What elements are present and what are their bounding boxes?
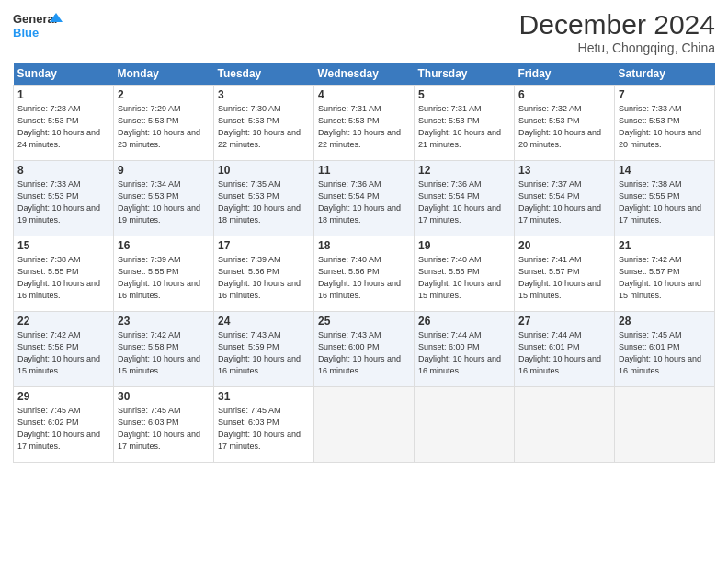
day-number: 28 — [619, 315, 711, 327]
location-label: Hetu, Chongqing, China — [519, 40, 715, 55]
day-number: 27 — [518, 315, 610, 327]
day-number: 22 — [17, 315, 109, 327]
svg-text:Blue: Blue — [13, 26, 39, 40]
day-detail: Sunrise: 7:40 AMSunset: 5:56 PMDaylight:… — [318, 254, 410, 302]
table-row: 23 Sunrise: 7:42 AMSunset: 5:58 PMDaylig… — [114, 312, 214, 387]
day-detail: Sunrise: 7:36 AMSunset: 5:54 PMDaylight:… — [318, 178, 410, 226]
table-row: 31 Sunrise: 7:45 AMSunset: 6:03 PMDaylig… — [214, 387, 314, 463]
day-number: 26 — [418, 315, 510, 327]
table-row: 29 Sunrise: 7:45 AMSunset: 6:02 PMDaylig… — [14, 387, 114, 463]
table-row: 14 Sunrise: 7:38 AMSunset: 5:55 PMDaylig… — [615, 161, 715, 236]
day-detail: Sunrise: 7:32 AMSunset: 5:53 PMDaylight:… — [518, 103, 610, 151]
day-number: 19 — [418, 239, 510, 252]
day-detail: Sunrise: 7:38 AMSunset: 5:55 PMDaylight:… — [619, 178, 711, 226]
empty-cell — [615, 387, 715, 463]
day-detail: Sunrise: 7:29 AMSunset: 5:53 PMDaylight:… — [118, 103, 210, 151]
table-row: 26 Sunrise: 7:44 AMSunset: 6:00 PMDaylig… — [415, 312, 515, 387]
day-detail: Sunrise: 7:34 AMSunset: 5:53 PMDaylight:… — [118, 178, 210, 226]
table-row: 1 Sunrise: 7:28 AMSunset: 5:53 PMDayligh… — [14, 86, 114, 161]
table-row: 9 Sunrise: 7:34 AMSunset: 5:53 PMDayligh… — [114, 161, 214, 236]
table-row: 15 Sunrise: 7:38 AMSunset: 5:55 PMDaylig… — [14, 236, 114, 312]
day-detail: Sunrise: 7:45 AMSunset: 6:02 PMDaylight:… — [17, 405, 109, 453]
day-detail: Sunrise: 7:28 AMSunset: 5:53 PMDaylight:… — [17, 103, 109, 151]
table-row: 25 Sunrise: 7:43 AMSunset: 6:00 PMDaylig… — [314, 312, 415, 387]
day-number: 5 — [418, 88, 510, 101]
logo: General Blue — [13, 9, 63, 44]
table-row: 16 Sunrise: 7:39 AMSunset: 5:55 PMDaylig… — [114, 236, 214, 312]
day-number: 11 — [318, 164, 410, 177]
day-number: 16 — [118, 239, 210, 252]
day-number: 1 — [17, 88, 109, 101]
day-number: 24 — [218, 315, 310, 327]
table-row: 20 Sunrise: 7:41 AMSunset: 5:57 PMDaylig… — [515, 236, 615, 312]
day-number: 13 — [518, 164, 610, 177]
day-detail: Sunrise: 7:42 AMSunset: 5:58 PMDaylight:… — [17, 329, 109, 377]
table-row: 30 Sunrise: 7:45 AMSunset: 6:03 PMDaylig… — [114, 387, 214, 463]
empty-cell — [415, 387, 515, 463]
col-wednesday: Wednesday — [314, 63, 415, 86]
day-detail: Sunrise: 7:45 AMSunset: 6:03 PMDaylight:… — [118, 405, 210, 453]
calendar-week: 1 Sunrise: 7:28 AMSunset: 5:53 PMDayligh… — [14, 86, 715, 161]
day-number: 18 — [318, 239, 410, 252]
day-number: 21 — [619, 239, 711, 252]
day-number: 29 — [17, 390, 109, 403]
day-detail: Sunrise: 7:45 AMSunset: 6:01 PMDaylight:… — [619, 329, 711, 377]
day-detail: Sunrise: 7:43 AMSunset: 6:00 PMDaylight:… — [318, 329, 410, 377]
table-row: 19 Sunrise: 7:40 AMSunset: 5:56 PMDaylig… — [415, 236, 515, 312]
table-row: 12 Sunrise: 7:36 AMSunset: 5:54 PMDaylig… — [415, 161, 515, 236]
day-detail: Sunrise: 7:40 AMSunset: 5:56 PMDaylight:… — [418, 254, 510, 302]
day-number: 31 — [218, 390, 310, 403]
table-row: 8 Sunrise: 7:33 AMSunset: 5:53 PMDayligh… — [14, 161, 114, 236]
day-number: 15 — [17, 239, 109, 252]
calendar-week: 29 Sunrise: 7:45 AMSunset: 6:02 PMDaylig… — [14, 387, 715, 463]
table-row: 17 Sunrise: 7:39 AMSunset: 5:56 PMDaylig… — [214, 236, 314, 312]
day-number: 4 — [318, 88, 410, 101]
day-detail: Sunrise: 7:44 AMSunset: 6:00 PMDaylight:… — [418, 329, 510, 377]
col-monday: Monday — [114, 63, 214, 86]
day-detail: Sunrise: 7:43 AMSunset: 5:59 PMDaylight:… — [218, 329, 310, 377]
day-number: 6 — [518, 88, 610, 101]
day-detail: Sunrise: 7:31 AMSunset: 5:53 PMDaylight:… — [318, 103, 410, 151]
day-number: 8 — [17, 164, 109, 177]
table-row: 2 Sunrise: 7:29 AMSunset: 5:53 PMDayligh… — [114, 86, 214, 161]
day-detail: Sunrise: 7:39 AMSunset: 5:56 PMDaylight:… — [218, 254, 310, 302]
page-header: General Blue December 2024 Hetu, Chongqi… — [13, 9, 715, 55]
svg-text:General: General — [13, 12, 57, 26]
day-number: 25 — [318, 315, 410, 327]
day-number: 30 — [118, 390, 210, 403]
day-detail: Sunrise: 7:38 AMSunset: 5:55 PMDaylight:… — [17, 254, 109, 302]
table-row: 21 Sunrise: 7:42 AMSunset: 5:57 PMDaylig… — [615, 236, 715, 312]
table-row: 10 Sunrise: 7:35 AMSunset: 5:53 PMDaylig… — [214, 161, 314, 236]
table-row: 3 Sunrise: 7:30 AMSunset: 5:53 PMDayligh… — [214, 86, 314, 161]
calendar-table: Sunday Monday Tuesday Wednesday Thursday… — [13, 63, 715, 463]
table-row: 18 Sunrise: 7:40 AMSunset: 5:56 PMDaylig… — [314, 236, 415, 312]
day-detail: Sunrise: 7:35 AMSunset: 5:53 PMDaylight:… — [218, 178, 310, 226]
day-detail: Sunrise: 7:37 AMSunset: 5:54 PMDaylight:… — [518, 178, 610, 226]
logo-svg: General Blue — [13, 9, 63, 44]
table-row: 6 Sunrise: 7:32 AMSunset: 5:53 PMDayligh… — [515, 86, 615, 161]
table-row: 11 Sunrise: 7:36 AMSunset: 5:54 PMDaylig… — [314, 161, 415, 236]
table-row: 13 Sunrise: 7:37 AMSunset: 5:54 PMDaylig… — [515, 161, 615, 236]
day-detail: Sunrise: 7:33 AMSunset: 5:53 PMDaylight:… — [17, 178, 109, 226]
day-detail: Sunrise: 7:33 AMSunset: 5:53 PMDaylight:… — [619, 103, 711, 151]
page-container: General Blue December 2024 Hetu, Chongqi… — [0, 0, 728, 470]
day-detail: Sunrise: 7:45 AMSunset: 6:03 PMDaylight:… — [218, 405, 310, 453]
calendar-week: 22 Sunrise: 7:42 AMSunset: 5:58 PMDaylig… — [14, 312, 715, 387]
day-detail: Sunrise: 7:44 AMSunset: 6:01 PMDaylight:… — [518, 329, 610, 377]
table-row: 22 Sunrise: 7:42 AMSunset: 5:58 PMDaylig… — [14, 312, 114, 387]
table-row: 28 Sunrise: 7:45 AMSunset: 6:01 PMDaylig… — [615, 312, 715, 387]
table-row: 4 Sunrise: 7:31 AMSunset: 5:53 PMDayligh… — [314, 86, 415, 161]
empty-cell — [515, 387, 615, 463]
day-number: 2 — [118, 88, 210, 101]
calendar-week: 8 Sunrise: 7:33 AMSunset: 5:53 PMDayligh… — [14, 161, 715, 236]
day-number: 14 — [619, 164, 711, 177]
day-number: 9 — [118, 164, 210, 177]
day-detail: Sunrise: 7:41 AMSunset: 5:57 PMDaylight:… — [518, 254, 610, 302]
day-number: 17 — [218, 239, 310, 252]
day-number: 20 — [518, 239, 610, 252]
day-detail: Sunrise: 7:42 AMSunset: 5:57 PMDaylight:… — [619, 254, 711, 302]
calendar-week: 15 Sunrise: 7:38 AMSunset: 5:55 PMDaylig… — [14, 236, 715, 312]
title-block: December 2024 Hetu, Chongqing, China — [519, 9, 715, 55]
table-row: 24 Sunrise: 7:43 AMSunset: 5:59 PMDaylig… — [214, 312, 314, 387]
day-number: 10 — [218, 164, 310, 177]
